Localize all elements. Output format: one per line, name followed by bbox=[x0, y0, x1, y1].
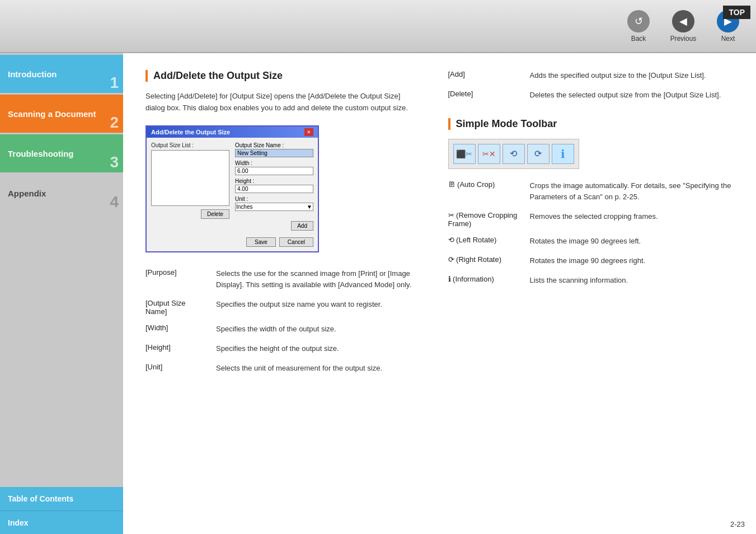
toolbar-def-item: ⟲ (Left Rotate) Rotates the image 90 deg… bbox=[448, 236, 734, 247]
sidebar-item-introduction[interactable]: Introduction 1 bbox=[0, 55, 123, 93]
unit-label: Unit : bbox=[235, 196, 313, 202]
left-rotate-icon: ⟲ bbox=[503, 144, 525, 164]
sidebar-item-label: Scanning a Document bbox=[8, 109, 96, 119]
dialog-title: Add/Delete the Output Size bbox=[151, 129, 230, 135]
sidebar-item-toc[interactable]: Table of Contents bbox=[0, 487, 123, 510]
output-size-list-label: Output Size List : bbox=[151, 142, 229, 148]
top-bar: ↺ Back ◀ Previous ▶ Next TOP bbox=[0, 0, 756, 53]
def-desc: Specifies the height of the output size. bbox=[216, 343, 339, 355]
toc-label: Table of Contents bbox=[8, 494, 73, 503]
def-item: [Width] Specifies the width of the outpu… bbox=[145, 324, 414, 335]
dialog-left-panel: Output Size List : Delete bbox=[151, 142, 229, 231]
remove-crop-icon: ✂✕ bbox=[478, 144, 500, 164]
height-label: Height : bbox=[235, 178, 313, 184]
sidebar-item-index[interactable]: Index bbox=[0, 510, 123, 534]
height-field: Height : 4.00 bbox=[235, 178, 313, 193]
def-term: [Height] bbox=[145, 343, 207, 352]
toolbar-def-desc: Crops the image automatically. For detai… bbox=[530, 180, 734, 204]
sidebar-num-3: 3 bbox=[110, 154, 119, 170]
toolbar-def-desc: Rotates the image 90 degrees right. bbox=[530, 255, 646, 267]
right-def-item: [Add] Adds the specified output size to … bbox=[448, 70, 734, 82]
left-column: Add/Delete the Output Size Selecting [Ad… bbox=[145, 70, 431, 388]
sidebar-item-label: Troubleshooting bbox=[8, 149, 74, 158]
right-def-item: [Delete] Deletes the selected output siz… bbox=[448, 90, 734, 101]
prev-label: Previous bbox=[670, 35, 697, 43]
def-item: [Output Size Name] Specifies the output … bbox=[145, 299, 414, 316]
output-size-name-field: Output Size Name : New Setting bbox=[235, 142, 313, 157]
toolbar-def-list: 🖹 (Auto Crop) Crops the image automatica… bbox=[448, 180, 734, 287]
prev-icon: ◀ bbox=[672, 10, 694, 32]
sidebar-item-appendix[interactable]: Appendix 4 bbox=[0, 174, 123, 212]
toolbar-def-term: 🖹 (Auto Crop) bbox=[448, 180, 521, 189]
section-description: Selecting [Add/Delete] for [Output Size]… bbox=[145, 91, 414, 114]
two-column-layout: Add/Delete the Output Size Selecting [Ad… bbox=[145, 70, 734, 388]
save-button[interactable]: Save bbox=[246, 237, 276, 247]
main-content: Add/Delete the Output Size Selecting [Ad… bbox=[123, 53, 756, 534]
def-desc: Specifies the width of the output size. bbox=[216, 324, 336, 335]
def-item: [Purpose] Selects the use for the scanne… bbox=[145, 268, 414, 292]
sidebar-num-4: 4 bbox=[110, 194, 119, 210]
section-title-2: Simple Mode Toolbar bbox=[448, 118, 734, 130]
def-item: [Height] Specifies the height of the out… bbox=[145, 343, 414, 355]
definition-list: [Purpose] Selects the use for the scanne… bbox=[145, 268, 414, 374]
dialog-right-panel: Output Size Name : New Setting Width : 6… bbox=[235, 142, 313, 231]
dialog-footer: Save Cancel bbox=[147, 235, 318, 251]
top-label: TOP bbox=[723, 6, 750, 19]
width-input[interactable]: 6.00 bbox=[235, 167, 313, 175]
def-desc: Specifies the output size name you want … bbox=[216, 299, 382, 311]
def-term: [Unit] bbox=[145, 363, 207, 371]
output-size-name-label: Output Size Name : bbox=[235, 142, 313, 148]
right-def-term: [Delete] bbox=[448, 90, 521, 98]
sidebar-num-2: 2 bbox=[110, 115, 119, 130]
sidebar-item-label: Appendix bbox=[8, 189, 46, 198]
output-size-listbox[interactable] bbox=[151, 150, 229, 206]
sidebar-item-label: Introduction bbox=[8, 69, 57, 79]
right-def-term: [Add] bbox=[448, 70, 521, 78]
toolbar-def-item: 🖹 (Auto Crop) Crops the image automatica… bbox=[448, 180, 734, 204]
def-term: [Width] bbox=[145, 324, 207, 332]
def-desc: Selects the unit of measurement for the … bbox=[216, 363, 382, 374]
sidebar-num-1: 1 bbox=[110, 75, 119, 91]
width-label: Width : bbox=[235, 160, 313, 166]
width-field: Width : 6.00 bbox=[235, 160, 313, 175]
unit-select[interactable]: Inches ▼ bbox=[235, 203, 313, 211]
dialog-box: Add/Delete the Output Size ✕ Output Size… bbox=[145, 125, 319, 252]
sidebar-bottom: Table of Contents Index bbox=[0, 487, 123, 534]
next-label: Next bbox=[721, 35, 735, 43]
sidebar: Introduction 1 Scanning a Document 2 Tro… bbox=[0, 53, 123, 534]
information-icon: ℹ bbox=[552, 144, 574, 164]
def-desc: Selects the use for the scanned image fr… bbox=[216, 268, 414, 292]
toolbar-def-term: ⟳ (Right Rotate) bbox=[448, 255, 521, 264]
toolbar-def-item: ⟳ (Right Rotate) Rotates the image 90 de… bbox=[448, 255, 734, 267]
back-button[interactable]: ↺ Back bbox=[616, 5, 661, 47]
dialog-close-button[interactable]: ✕ bbox=[304, 128, 313, 136]
page-number: 2-23 bbox=[730, 520, 745, 528]
right-def-desc: Deletes the selected output size from th… bbox=[530, 90, 721, 101]
output-size-name-input[interactable]: New Setting bbox=[235, 149, 313, 157]
autocrop-icon: ⬛✂ bbox=[453, 144, 476, 164]
unit-value: Inches bbox=[236, 204, 252, 210]
back-label: Back bbox=[631, 35, 646, 43]
def-item: [Unit] Selects the unit of measurement f… bbox=[145, 363, 414, 374]
toolbar-def-term: ⟲ (Left Rotate) bbox=[448, 236, 521, 244]
toolbar-def-item: ℹ (Information) Lists the scanning infor… bbox=[448, 275, 734, 287]
cancel-button[interactable]: Cancel bbox=[279, 237, 313, 247]
right-def-desc: Adds the specified output size to the [O… bbox=[530, 70, 706, 82]
back-icon: ↺ bbox=[627, 10, 650, 32]
previous-button[interactable]: ◀ Previous bbox=[661, 5, 706, 47]
dialog-body: Output Size List : Delete Output Size Na… bbox=[147, 138, 318, 235]
toolbar-def-desc: Rotates the image 90 degrees left. bbox=[530, 236, 641, 247]
sidebar-item-scanning[interactable]: Scanning a Document 2 bbox=[0, 95, 123, 133]
unit-dropdown-icon: ▼ bbox=[307, 204, 312, 210]
sidebar-item-troubleshooting[interactable]: Troubleshooting 3 bbox=[0, 134, 123, 172]
delete-button[interactable]: Delete bbox=[201, 209, 229, 219]
nav-buttons: ↺ Back ◀ Previous ▶ Next TOP bbox=[616, 5, 750, 47]
unit-field: Unit : Inches ▼ bbox=[235, 196, 313, 211]
add-button[interactable]: Add bbox=[291, 221, 313, 231]
section-title-1: Add/Delete the Output Size bbox=[145, 70, 431, 82]
def-term: [Output Size Name] bbox=[145, 299, 207, 316]
index-label: Index bbox=[8, 518, 29, 527]
toolbar-def-desc: Lists the scanning information. bbox=[530, 275, 628, 287]
right-column: [Add] Adds the specified output size to … bbox=[448, 70, 734, 388]
height-input[interactable]: 4.00 bbox=[235, 185, 313, 193]
